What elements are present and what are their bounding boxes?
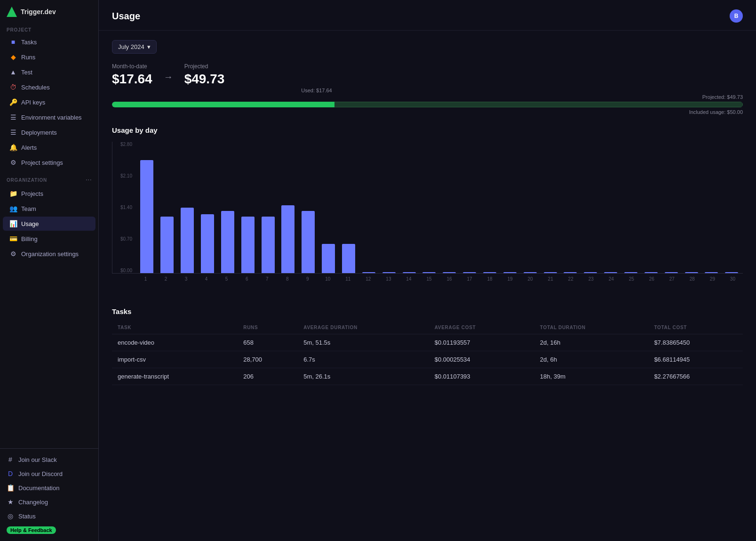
tasks-icon: ■ xyxy=(9,38,17,46)
x-axis-label: 25 xyxy=(621,276,642,282)
app-logo[interactable]: Trigger.dev xyxy=(0,0,98,22)
cell-avg-duration: 5m, 51.5s xyxy=(298,334,429,351)
chart-bar[interactable] xyxy=(342,244,355,273)
status-icon: ◎ xyxy=(7,512,14,520)
sidebar-item-alerts[interactable]: 🔔 Alerts xyxy=(3,140,95,154)
sidebar-item-changelog[interactable]: ★ Changelog xyxy=(0,495,98,509)
sidebar-item-status[interactable]: ◎ Status xyxy=(0,509,98,523)
page-title: Usage xyxy=(112,11,140,22)
sidebar-item-usage[interactable]: 📊 Usage xyxy=(3,217,95,231)
bar-group xyxy=(158,217,176,273)
month-selector-button[interactable]: July 2024 ▾ xyxy=(112,40,157,54)
chart-bar[interactable] xyxy=(221,211,234,273)
chart-bar[interactable] xyxy=(624,272,637,273)
x-axis-label: 2 xyxy=(156,276,176,282)
sidebar-item-docs[interactable]: 📋 Documentation xyxy=(0,481,98,495)
sidebar-item-test[interactable]: ▲ Test xyxy=(3,65,95,79)
sidebar-item-projects[interactable]: 📁 Projects xyxy=(3,186,95,201)
x-labels: 1234567891011121314151617181920212223242… xyxy=(112,276,743,282)
sidebar-item-help[interactable]: Help & Feedback xyxy=(0,523,98,537)
sidebar-item-label: Team xyxy=(21,205,36,212)
chart-bar[interactable] xyxy=(544,272,557,273)
schedules-icon: ⏱ xyxy=(9,83,17,91)
x-axis-label: 19 xyxy=(500,276,520,282)
sidebar-item-discord[interactable]: D Join our Discord xyxy=(0,467,98,481)
chart-bar[interactable] xyxy=(463,272,476,273)
sidebar-item-schedules[interactable]: ⏱ Schedules xyxy=(3,80,95,94)
chart-bar[interactable] xyxy=(725,272,738,273)
x-axis-label: 18 xyxy=(480,276,500,282)
sidebar-item-label: API keys xyxy=(21,99,45,106)
chart-title: Usage by day xyxy=(112,126,743,134)
bar-group xyxy=(299,211,318,273)
sidebar-item-slack[interactable]: # Join our Slack xyxy=(0,452,98,467)
sidebar-item-project-settings[interactable]: ⚙ Project settings xyxy=(3,155,95,170)
bar-group xyxy=(723,272,741,273)
bar-group xyxy=(359,272,378,273)
chart-bar[interactable] xyxy=(503,272,517,273)
chart-bar[interactable] xyxy=(140,160,153,273)
chart-bar[interactable] xyxy=(281,205,294,273)
projected-label: Projected xyxy=(184,63,225,70)
chart-bar[interactable] xyxy=(422,272,436,273)
sidebar-item-deployments[interactable]: ☰ Deployments xyxy=(3,125,95,139)
col-header-total-cost: TOTAL COST xyxy=(648,321,743,334)
cell-runs: 28,700 xyxy=(238,351,298,368)
usage-content: July 2024 ▾ Month-to-date $17.64 → Proje… xyxy=(99,31,756,395)
bar-group xyxy=(662,272,680,273)
x-axis-label: 15 xyxy=(419,276,439,282)
alerts-icon: 🔔 xyxy=(9,144,17,151)
bar-group xyxy=(561,272,580,273)
org-options-button[interactable]: ··· xyxy=(86,176,92,184)
chart-bar[interactable] xyxy=(160,217,174,273)
bar-group xyxy=(481,272,499,273)
sidebar-item-label: Test xyxy=(21,69,32,76)
chart-bar[interactable] xyxy=(181,208,194,273)
tasks-table: TASK RUNS AVERAGE DURATION AVERAGE COST … xyxy=(112,321,743,385)
chart-bar[interactable] xyxy=(403,272,416,273)
sidebar-item-billing[interactable]: 💳 Billing xyxy=(3,232,95,246)
sidebar-item-api-keys[interactable]: 🔑 API keys xyxy=(3,95,95,109)
sidebar-item-label: Status xyxy=(18,513,36,520)
col-header-total-duration: TOTAL DURATION xyxy=(534,321,649,334)
cell-task: generate-transcript xyxy=(112,368,238,385)
x-axis-label: 17 xyxy=(460,276,480,282)
sidebar-item-label: Environment variables xyxy=(21,114,82,121)
org-section-label: ORGANIZATION xyxy=(7,178,47,183)
sidebar-item-env-vars[interactable]: ☰ Environment variables xyxy=(3,110,95,124)
chart-bar[interactable] xyxy=(262,217,275,273)
chart-bar[interactable] xyxy=(584,272,597,273)
table-row[interactable]: encode-video 658 5m, 51.5s $0.01193557 2… xyxy=(112,334,743,351)
sidebar-item-label: Documentation xyxy=(18,484,59,492)
chart-bar[interactable] xyxy=(604,272,617,273)
chart-bar[interactable] xyxy=(362,272,375,273)
chart-bar[interactable] xyxy=(665,272,678,273)
chart-bar[interactable] xyxy=(201,214,214,273)
month-selector-label: July 2024 xyxy=(118,43,144,50)
chart-bar[interactable] xyxy=(645,272,658,273)
chart-bar[interactable] xyxy=(241,217,255,273)
sidebar-item-runs[interactable]: ◆ Runs xyxy=(3,50,95,64)
x-axis-label: 7 xyxy=(257,276,277,282)
table-row[interactable]: generate-transcript 206 5m, 26.1s $0.011… xyxy=(112,368,743,385)
chart-bar[interactable] xyxy=(524,272,537,273)
nav-badge[interactable]: B xyxy=(730,9,743,23)
sidebar-item-org-settings[interactable]: ⚙ Organization settings xyxy=(3,247,95,261)
chart-bar[interactable] xyxy=(705,272,718,273)
chart-bar[interactable] xyxy=(483,272,496,273)
chart-bar[interactable] xyxy=(685,272,698,273)
chart-bar[interactable] xyxy=(302,211,315,273)
chart-bar[interactable] xyxy=(322,244,335,273)
cell-total-cost: $6.68114945 xyxy=(648,351,743,368)
chart-bar[interactable] xyxy=(443,272,456,273)
x-axis-label: 8 xyxy=(277,276,297,282)
table-row[interactable]: import-csv 28,700 6.7s $0.00025534 2d, 6… xyxy=(112,351,743,368)
sidebar-item-team[interactable]: 👥 Team xyxy=(3,202,95,216)
chart-bar[interactable] xyxy=(564,272,577,273)
bar-group xyxy=(702,272,721,273)
sidebar-item-tasks[interactable]: ■ Tasks xyxy=(3,35,95,49)
cell-runs: 206 xyxy=(238,368,298,385)
chart-bar[interactable] xyxy=(382,272,396,273)
x-axis-label: 16 xyxy=(439,276,459,282)
changelog-icon: ★ xyxy=(7,498,14,506)
